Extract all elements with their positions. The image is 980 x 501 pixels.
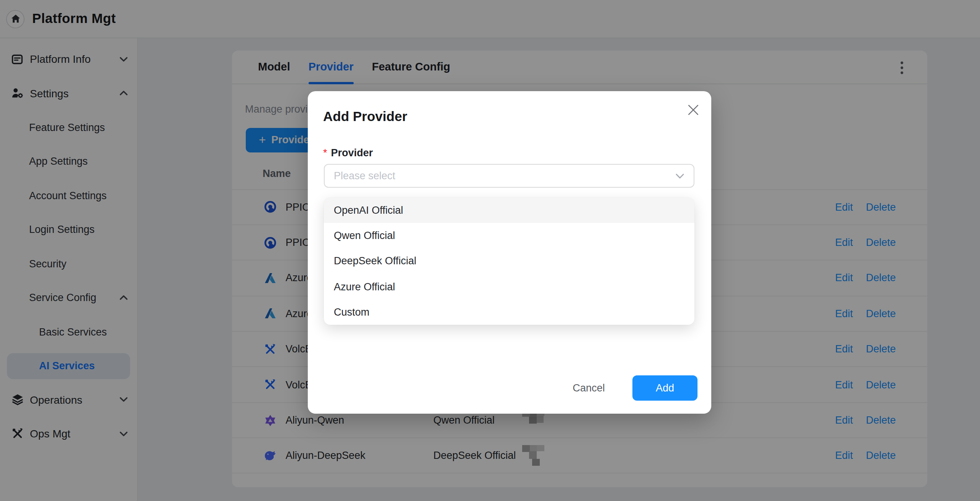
modal-title: Add Provider — [323, 109, 407, 125]
provider-dropdown: OpenAI Official Qwen Official DeepSeek O… — [324, 198, 694, 325]
screen: Platform Mgt Platform Info Settings Feat… — [0, 0, 980, 501]
provider-field-label: *Provider — [323, 147, 373, 159]
required-mark: * — [323, 147, 327, 159]
modal-footer: Cancel Add — [565, 375, 697, 401]
close-icon — [686, 103, 699, 116]
close-button[interactable] — [686, 103, 700, 116]
add-button[interactable]: Add — [632, 375, 697, 401]
option-azure-official[interactable]: Azure Official — [324, 274, 694, 299]
select-placeholder: Please select — [334, 170, 675, 182]
option-openai-official[interactable]: OpenAI Official — [324, 198, 694, 223]
chevron-down-icon — [675, 173, 684, 179]
option-qwen-official[interactable]: Qwen Official — [324, 223, 694, 248]
option-deepseek-official[interactable]: DeepSeek Official — [324, 249, 694, 274]
provider-select[interactable]: Please select — [324, 164, 694, 188]
add-provider-modal: Add Provider *Provider Please select Ope… — [308, 91, 711, 414]
option-custom[interactable]: Custom — [324, 300, 694, 325]
cancel-button[interactable]: Cancel — [565, 378, 612, 398]
